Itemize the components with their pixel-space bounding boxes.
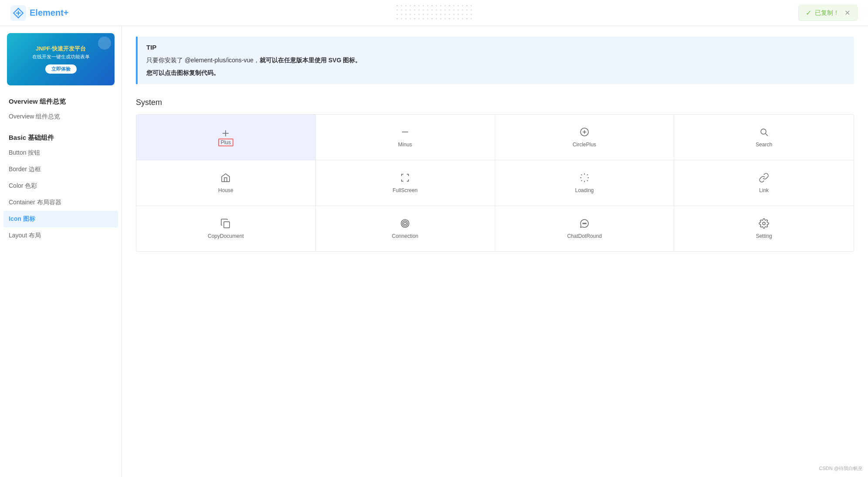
connection-icon-label: Connection	[392, 233, 419, 239]
svg-point-72	[470, 18, 472, 20]
svg-point-12	[444, 5, 446, 7]
tip-line1: 只要你安装了 @element-plus/icons-vue，就可以在任意版本里…	[146, 55, 845, 66]
icon-cell-circleplus[interactable]: CirclePlus	[495, 115, 675, 160]
svg-point-46	[436, 14, 437, 15]
icon-cell-copydocument[interactable]: CopyDocument	[136, 206, 316, 251]
svg-line-80	[766, 134, 768, 136]
close-toast-button[interactable]: ✕	[844, 9, 850, 17]
svg-point-43	[422, 14, 424, 15]
minus-icon-label: Minus	[398, 142, 412, 148]
svg-point-22	[409, 10, 411, 11]
tip-line2: 您可以点击图标复制代码。	[146, 69, 845, 77]
sidebar-item-button[interactable]: Button 按钮	[0, 145, 122, 161]
sidebar-ad-subtitle: 在线开发一键生成功能表单	[32, 54, 90, 60]
svg-point-62	[427, 18, 428, 20]
svg-point-13	[449, 5, 450, 7]
link-icon-label: Link	[759, 187, 769, 193]
sidebar-item-overview[interactable]: Overview 组件总览	[0, 108, 122, 125]
tip-box: TIP 只要你安装了 @element-plus/icons-vue，就可以在任…	[136, 37, 854, 84]
svg-point-11	[440, 5, 441, 7]
sidebar-item-icon[interactable]: Icon 图标	[3, 211, 118, 227]
svg-point-2	[401, 5, 402, 7]
svg-point-65	[440, 18, 441, 20]
svg-point-31	[449, 10, 450, 11]
check-icon: ✓	[806, 9, 811, 17]
svg-point-49	[449, 14, 450, 15]
svg-point-84	[584, 223, 585, 224]
chatdotround-icon	[579, 218, 590, 229]
svg-point-68	[453, 18, 454, 20]
svg-point-8	[427, 5, 428, 7]
sidebar-item-border[interactable]: Border 边框	[0, 161, 122, 178]
circleplus-icon-label: CirclePlus	[573, 142, 596, 148]
sidebar-ad-banner[interactable]: JNPF·快速开发平台 在线开发一键生成功能表单 立即体验	[7, 33, 115, 85]
svg-point-71	[466, 18, 467, 20]
svg-point-25	[422, 10, 424, 11]
svg-point-4	[409, 5, 411, 7]
icon-cell-link[interactable]: Link	[674, 160, 854, 206]
svg-point-14	[453, 5, 454, 7]
icon-cell-setting[interactable]: Setting	[674, 206, 854, 251]
svg-point-47	[440, 14, 441, 15]
svg-point-56	[401, 18, 402, 20]
svg-point-52	[462, 14, 463, 15]
header: Element+ ✓ 已复制！ ✕	[0, 0, 868, 26]
icon-cell-fullscreen[interactable]: FullScreen	[316, 160, 495, 206]
svg-point-79	[761, 129, 766, 134]
house-icon	[220, 173, 231, 183]
sidebar: JNPF·快速开发平台 在线开发一键生成功能表单 立即体验 Overview 组…	[0, 26, 122, 477]
logo-text: Element+	[30, 8, 68, 18]
svg-point-38	[401, 14, 402, 15]
chatdotround-icon-label: ChatDotRound	[567, 233, 601, 239]
element-plus-logo-icon	[10, 5, 26, 21]
icon-cell-chatdotround[interactable]: ChatDotRound	[495, 206, 675, 251]
copydocument-icon	[220, 218, 231, 229]
copy-toast-text: 已复制！	[815, 9, 839, 17]
svg-point-37	[396, 14, 398, 15]
svg-point-24	[418, 10, 419, 11]
plus-icon-label: Plus	[218, 139, 233, 146]
svg-point-29	[440, 10, 441, 11]
tip-line1-prefix: 只要你安装了 @element-plus/icons-vue，	[146, 57, 260, 64]
svg-point-9	[431, 5, 432, 7]
setting-icon	[759, 218, 769, 229]
svg-point-42	[418, 14, 419, 15]
svg-point-16	[462, 5, 463, 7]
loading-icon	[579, 173, 590, 183]
dot-pattern-icon	[395, 3, 473, 21]
header-center-decoration	[395, 3, 473, 22]
tip-line1-suffix: 就可以在任意版本里使用 SVG 图标。	[260, 57, 361, 64]
sidebar-ad-cta-button[interactable]: 立即体验	[45, 64, 77, 74]
fullscreen-icon	[400, 173, 410, 183]
icons-section-title: System	[136, 98, 854, 107]
main-content: TIP 只要你安装了 @element-plus/icons-vue，就可以在任…	[122, 26, 868, 477]
svg-point-20	[401, 10, 402, 11]
overview-section-title: Overview 组件总览	[0, 94, 122, 108]
copy-toast: ✓ 已复制！ ✕	[798, 5, 858, 21]
logo: Element+	[10, 5, 68, 21]
loading-icon-label: Loading	[575, 187, 594, 193]
fullscreen-icon-label: FullScreen	[392, 187, 417, 193]
sidebar-item-container[interactable]: Container 布局容器	[0, 194, 122, 211]
svg-point-39	[405, 14, 406, 15]
sidebar-item-layout[interactable]: Layout 布局	[0, 227, 122, 244]
icon-cell-connection[interactable]: Connection	[316, 206, 495, 251]
icon-cell-house[interactable]: House	[136, 160, 316, 206]
svg-point-59	[414, 18, 415, 20]
icon-cell-loading[interactable]: Loading	[495, 160, 675, 206]
sidebar-item-color[interactable]: Color 色彩	[0, 178, 122, 194]
sidebar-ad-decoration	[98, 37, 111, 50]
icon-cell-search[interactable]: Search	[674, 115, 854, 160]
svg-point-33	[457, 10, 459, 11]
svg-point-64	[436, 18, 437, 20]
plus-icon	[220, 128, 231, 139]
icon-cell-plus[interactable]: Plus	[136, 115, 316, 160]
svg-point-23	[414, 10, 415, 11]
svg-point-40	[409, 14, 411, 15]
icon-cell-minus[interactable]: Minus	[316, 115, 495, 160]
circleplus-icon	[579, 127, 590, 137]
svg-point-35	[466, 10, 467, 11]
link-icon	[759, 173, 769, 183]
svg-point-66	[444, 18, 446, 20]
basic-section-title: Basic 基础组件	[0, 130, 122, 145]
